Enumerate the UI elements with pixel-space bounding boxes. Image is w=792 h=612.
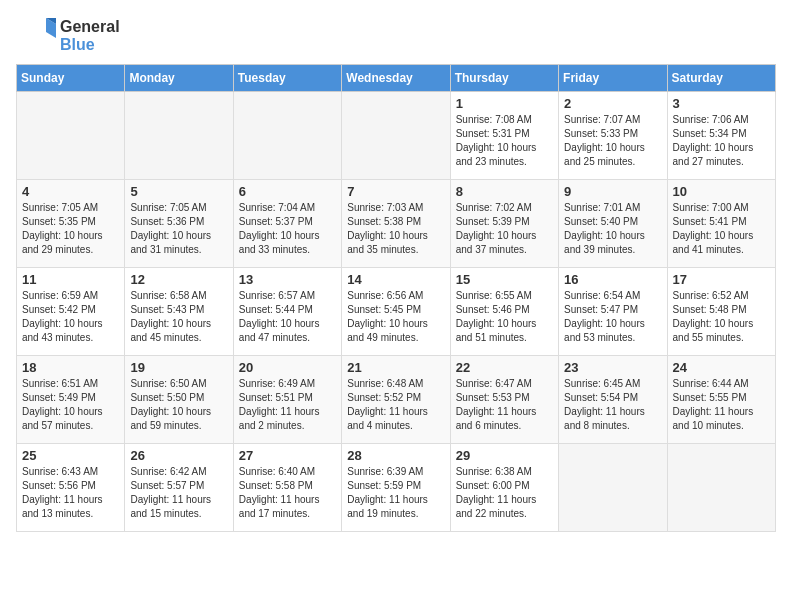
calendar-cell: 28Sunrise: 6:39 AM Sunset: 5:59 PM Dayli… <box>342 444 450 532</box>
calendar-cell: 27Sunrise: 6:40 AM Sunset: 5:58 PM Dayli… <box>233 444 341 532</box>
day-info: Sunrise: 6:51 AM Sunset: 5:49 PM Dayligh… <box>22 377 119 433</box>
day-info: Sunrise: 6:54 AM Sunset: 5:47 PM Dayligh… <box>564 289 661 345</box>
day-number: 16 <box>564 272 661 287</box>
calendar-cell <box>125 92 233 180</box>
calendar-week-row: 4Sunrise: 7:05 AM Sunset: 5:35 PM Daylig… <box>17 180 776 268</box>
calendar-cell: 17Sunrise: 6:52 AM Sunset: 5:48 PM Dayli… <box>667 268 775 356</box>
calendar-cell: 12Sunrise: 6:58 AM Sunset: 5:43 PM Dayli… <box>125 268 233 356</box>
day-number: 25 <box>22 448 119 463</box>
logo-general-text: General <box>60 18 120 36</box>
calendar-cell <box>17 92 125 180</box>
day-info: Sunrise: 6:47 AM Sunset: 5:53 PM Dayligh… <box>456 377 553 433</box>
day-number: 27 <box>239 448 336 463</box>
calendar-header-row: SundayMondayTuesdayWednesdayThursdayFrid… <box>17 65 776 92</box>
weekday-header: Sunday <box>17 65 125 92</box>
day-number: 28 <box>347 448 444 463</box>
day-number: 23 <box>564 360 661 375</box>
day-info: Sunrise: 6:42 AM Sunset: 5:57 PM Dayligh… <box>130 465 227 521</box>
calendar-cell: 10Sunrise: 7:00 AM Sunset: 5:41 PM Dayli… <box>667 180 775 268</box>
day-info: Sunrise: 6:38 AM Sunset: 6:00 PM Dayligh… <box>456 465 553 521</box>
day-info: Sunrise: 7:05 AM Sunset: 5:36 PM Dayligh… <box>130 201 227 257</box>
day-info: Sunrise: 7:08 AM Sunset: 5:31 PM Dayligh… <box>456 113 553 169</box>
day-info: Sunrise: 6:48 AM Sunset: 5:52 PM Dayligh… <box>347 377 444 433</box>
calendar-cell: 23Sunrise: 6:45 AM Sunset: 5:54 PM Dayli… <box>559 356 667 444</box>
day-info: Sunrise: 6:43 AM Sunset: 5:56 PM Dayligh… <box>22 465 119 521</box>
calendar-cell: 13Sunrise: 6:57 AM Sunset: 5:44 PM Dayli… <box>233 268 341 356</box>
calendar-cell: 21Sunrise: 6:48 AM Sunset: 5:52 PM Dayli… <box>342 356 450 444</box>
calendar-cell: 11Sunrise: 6:59 AM Sunset: 5:42 PM Dayli… <box>17 268 125 356</box>
calendar-week-row: 11Sunrise: 6:59 AM Sunset: 5:42 PM Dayli… <box>17 268 776 356</box>
day-info: Sunrise: 6:50 AM Sunset: 5:50 PM Dayligh… <box>130 377 227 433</box>
weekday-header: Friday <box>559 65 667 92</box>
weekday-header: Monday <box>125 65 233 92</box>
calendar-cell <box>342 92 450 180</box>
day-number: 10 <box>673 184 770 199</box>
day-number: 8 <box>456 184 553 199</box>
calendar-cell <box>667 444 775 532</box>
day-number: 12 <box>130 272 227 287</box>
day-number: 4 <box>22 184 119 199</box>
calendar-week-row: 25Sunrise: 6:43 AM Sunset: 5:56 PM Dayli… <box>17 444 776 532</box>
calendar-cell: 4Sunrise: 7:05 AM Sunset: 5:35 PM Daylig… <box>17 180 125 268</box>
day-info: Sunrise: 6:56 AM Sunset: 5:45 PM Dayligh… <box>347 289 444 345</box>
calendar-cell <box>233 92 341 180</box>
day-number: 20 <box>239 360 336 375</box>
calendar-cell: 3Sunrise: 7:06 AM Sunset: 5:34 PM Daylig… <box>667 92 775 180</box>
day-info: Sunrise: 7:01 AM Sunset: 5:40 PM Dayligh… <box>564 201 661 257</box>
day-info: Sunrise: 7:05 AM Sunset: 5:35 PM Dayligh… <box>22 201 119 257</box>
calendar-cell: 18Sunrise: 6:51 AM Sunset: 5:49 PM Dayli… <box>17 356 125 444</box>
day-info: Sunrise: 6:55 AM Sunset: 5:46 PM Dayligh… <box>456 289 553 345</box>
day-info: Sunrise: 7:02 AM Sunset: 5:39 PM Dayligh… <box>456 201 553 257</box>
calendar-cell: 9Sunrise: 7:01 AM Sunset: 5:40 PM Daylig… <box>559 180 667 268</box>
calendar-cell: 2Sunrise: 7:07 AM Sunset: 5:33 PM Daylig… <box>559 92 667 180</box>
day-info: Sunrise: 6:59 AM Sunset: 5:42 PM Dayligh… <box>22 289 119 345</box>
day-number: 2 <box>564 96 661 111</box>
day-number: 7 <box>347 184 444 199</box>
calendar-cell: 19Sunrise: 6:50 AM Sunset: 5:50 PM Dayli… <box>125 356 233 444</box>
day-info: Sunrise: 7:04 AM Sunset: 5:37 PM Dayligh… <box>239 201 336 257</box>
calendar-cell: 8Sunrise: 7:02 AM Sunset: 5:39 PM Daylig… <box>450 180 558 268</box>
day-info: Sunrise: 6:44 AM Sunset: 5:55 PM Dayligh… <box>673 377 770 433</box>
calendar-cell: 16Sunrise: 6:54 AM Sunset: 5:47 PM Dayli… <box>559 268 667 356</box>
weekday-header: Saturday <box>667 65 775 92</box>
logo-blue-text: Blue <box>60 36 120 54</box>
calendar-cell: 22Sunrise: 6:47 AM Sunset: 5:53 PM Dayli… <box>450 356 558 444</box>
calendar-cell: 24Sunrise: 6:44 AM Sunset: 5:55 PM Dayli… <box>667 356 775 444</box>
day-number: 15 <box>456 272 553 287</box>
calendar-cell: 15Sunrise: 6:55 AM Sunset: 5:46 PM Dayli… <box>450 268 558 356</box>
calendar-cell: 29Sunrise: 6:38 AM Sunset: 6:00 PM Dayli… <box>450 444 558 532</box>
day-info: Sunrise: 6:57 AM Sunset: 5:44 PM Dayligh… <box>239 289 336 345</box>
logo: General Blue <box>16 16 120 56</box>
day-info: Sunrise: 6:39 AM Sunset: 5:59 PM Dayligh… <box>347 465 444 521</box>
calendar-cell: 6Sunrise: 7:04 AM Sunset: 5:37 PM Daylig… <box>233 180 341 268</box>
day-info: Sunrise: 7:03 AM Sunset: 5:38 PM Dayligh… <box>347 201 444 257</box>
day-number: 13 <box>239 272 336 287</box>
calendar-week-row: 18Sunrise: 6:51 AM Sunset: 5:49 PM Dayli… <box>17 356 776 444</box>
page-header: General Blue <box>16 16 776 56</box>
day-number: 26 <box>130 448 227 463</box>
day-info: Sunrise: 7:00 AM Sunset: 5:41 PM Dayligh… <box>673 201 770 257</box>
day-number: 18 <box>22 360 119 375</box>
day-number: 17 <box>673 272 770 287</box>
weekday-header: Tuesday <box>233 65 341 92</box>
day-info: Sunrise: 6:49 AM Sunset: 5:51 PM Dayligh… <box>239 377 336 433</box>
calendar-cell: 20Sunrise: 6:49 AM Sunset: 5:51 PM Dayli… <box>233 356 341 444</box>
day-number: 3 <box>673 96 770 111</box>
logo-svg <box>16 16 56 56</box>
calendar-cell: 25Sunrise: 6:43 AM Sunset: 5:56 PM Dayli… <box>17 444 125 532</box>
calendar-cell: 5Sunrise: 7:05 AM Sunset: 5:36 PM Daylig… <box>125 180 233 268</box>
day-number: 6 <box>239 184 336 199</box>
day-number: 5 <box>130 184 227 199</box>
calendar-cell: 7Sunrise: 7:03 AM Sunset: 5:38 PM Daylig… <box>342 180 450 268</box>
day-info: Sunrise: 6:40 AM Sunset: 5:58 PM Dayligh… <box>239 465 336 521</box>
day-info: Sunrise: 6:58 AM Sunset: 5:43 PM Dayligh… <box>130 289 227 345</box>
calendar-cell: 14Sunrise: 6:56 AM Sunset: 5:45 PM Dayli… <box>342 268 450 356</box>
weekday-header: Thursday <box>450 65 558 92</box>
calendar-table: SundayMondayTuesdayWednesdayThursdayFrid… <box>16 64 776 532</box>
weekday-header: Wednesday <box>342 65 450 92</box>
day-number: 24 <box>673 360 770 375</box>
calendar-cell: 1Sunrise: 7:08 AM Sunset: 5:31 PM Daylig… <box>450 92 558 180</box>
day-info: Sunrise: 6:45 AM Sunset: 5:54 PM Dayligh… <box>564 377 661 433</box>
day-number: 19 <box>130 360 227 375</box>
day-number: 9 <box>564 184 661 199</box>
